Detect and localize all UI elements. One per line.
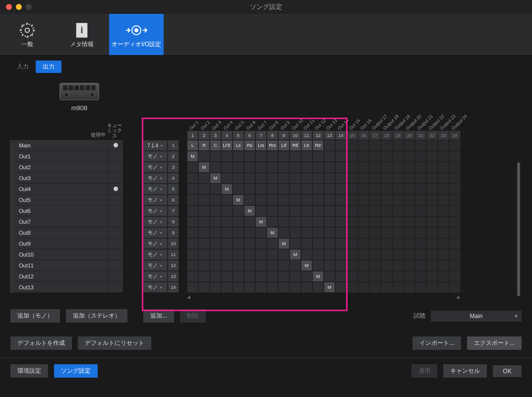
matrix-cell[interactable]	[438, 271, 449, 282]
channel-name[interactable]: Out13	[14, 282, 108, 293]
vertical-scrollbar[interactable]	[517, 162, 520, 296]
matrix-cell[interactable]	[221, 271, 233, 282]
matrix-cell[interactable]	[244, 216, 255, 227]
matrix-cell[interactable]	[449, 205, 461, 216]
row-handle[interactable]	[10, 162, 14, 173]
inuse-cell[interactable]	[108, 195, 123, 205]
matrix-cell[interactable]	[347, 184, 358, 195]
matrix-cell[interactable]: Rtr	[312, 140, 324, 151]
matrix-cell[interactable]: Ltf	[278, 140, 290, 151]
inuse-cell[interactable]	[108, 238, 123, 249]
matrix-cell[interactable]	[369, 260, 381, 271]
matrix-cell[interactable]	[392, 271, 404, 282]
matrix-cell[interactable]	[301, 282, 312, 293]
format-selector[interactable]: モノ▼	[143, 271, 168, 282]
matrix-cell[interactable]	[233, 238, 244, 249]
matrix-cell[interactable]	[255, 249, 267, 260]
matrix-cell[interactable]	[187, 173, 198, 184]
add-more-button[interactable]: 追加...	[143, 309, 175, 323]
matrix-cell[interactable]	[438, 195, 449, 205]
matrix-cell[interactable]	[449, 249, 461, 260]
matrix-cell[interactable]	[221, 227, 233, 238]
matrix-cell[interactable]	[324, 184, 335, 195]
matrix-cell[interactable]	[324, 216, 335, 227]
matrix-cell[interactable]	[426, 216, 438, 227]
row-handle[interactable]	[10, 249, 14, 260]
matrix-cell[interactable]	[335, 271, 347, 282]
matrix-cell[interactable]	[198, 173, 210, 184]
matrix-cell[interactable]	[369, 205, 381, 216]
matrix-cell[interactable]	[438, 216, 449, 227]
matrix-cell[interactable]	[187, 282, 198, 293]
matrix-cell[interactable]	[381, 173, 392, 184]
inuse-cell[interactable]	[108, 282, 123, 293]
matrix-cell[interactable]: M	[187, 151, 198, 162]
matrix-cell[interactable]	[335, 249, 347, 260]
matrix-cell[interactable]	[404, 184, 415, 195]
matrix-cell[interactable]	[392, 205, 404, 216]
matrix-cell[interactable]	[267, 151, 278, 162]
matrix-cell[interactable]	[244, 238, 255, 249]
matrix-cell[interactable]	[233, 216, 244, 227]
matrix-cell[interactable]	[415, 195, 426, 205]
matrix-cell[interactable]	[358, 227, 369, 238]
matrix-cell[interactable]	[358, 271, 369, 282]
matrix-cell[interactable]	[449, 162, 461, 173]
channel-name[interactable]: Out2	[14, 162, 108, 173]
matrix-cell[interactable]	[233, 282, 244, 293]
matrix-cell[interactable]	[438, 282, 449, 293]
channel-name[interactable]: Out8	[14, 227, 108, 238]
matrix-cell[interactable]	[347, 249, 358, 260]
matrix-cell[interactable]: M	[255, 216, 267, 227]
matrix-cell[interactable]	[426, 140, 438, 151]
matrix-cell[interactable]	[187, 184, 198, 195]
row-handle[interactable]	[10, 184, 14, 195]
column-number[interactable]: 15	[347, 131, 358, 140]
matrix-cell[interactable]: M	[233, 195, 244, 205]
matrix-cell[interactable]	[210, 271, 221, 282]
matrix-cell[interactable]	[369, 173, 381, 184]
matrix-cell[interactable]	[438, 205, 449, 216]
matrix-cell[interactable]	[438, 151, 449, 162]
channel-name[interactable]: Main	[14, 140, 108, 151]
matrix-cell[interactable]	[335, 205, 347, 216]
matrix-cell[interactable]	[221, 162, 233, 173]
matrix-cell[interactable]	[404, 282, 415, 293]
matrix-cell[interactable]	[381, 282, 392, 293]
matrix-cell[interactable]	[438, 184, 449, 195]
matrix-cell[interactable]	[392, 260, 404, 271]
column-number[interactable]: 6	[244, 131, 255, 140]
format-selector[interactable]: モノ▼	[143, 282, 168, 293]
matrix-cell[interactable]	[449, 151, 461, 162]
matrix-cell[interactable]	[358, 205, 369, 216]
matrix-cell[interactable]	[415, 238, 426, 249]
channel-name[interactable]: Out11	[14, 260, 108, 271]
matrix-cell[interactable]	[392, 195, 404, 205]
matrix-cell[interactable]	[449, 184, 461, 195]
scroll-right-icon[interactable]: ▶	[457, 295, 461, 300]
format-selector[interactable]: モノ▼	[143, 238, 168, 249]
matrix-cell[interactable]	[404, 216, 415, 227]
matrix-cell[interactable]	[347, 260, 358, 271]
matrix-cell[interactable]	[233, 271, 244, 282]
channel-row[interactable]: Out7	[10, 216, 123, 227]
window-minimize-button[interactable]	[16, 4, 22, 10]
matrix-cell[interactable]	[392, 151, 404, 162]
row-handle[interactable]	[10, 140, 14, 151]
matrix-cell[interactable]	[187, 216, 198, 227]
inuse-cell[interactable]	[108, 140, 123, 151]
matrix-cell[interactable]	[438, 249, 449, 260]
column-number[interactable]: 5	[233, 131, 244, 140]
matrix-cell[interactable]	[267, 173, 278, 184]
matrix-cell[interactable]	[210, 151, 221, 162]
matrix-cell[interactable]: Lrs	[255, 140, 267, 151]
channel-name[interactable]: Out9	[14, 238, 108, 249]
matrix-cell[interactable]	[187, 249, 198, 260]
matrix-cell[interactable]	[358, 282, 369, 293]
inuse-cell[interactable]	[108, 205, 123, 216]
matrix-cell[interactable]	[392, 249, 404, 260]
subtab-input[interactable]: 入力	[10, 61, 36, 73]
matrix-cell[interactable]	[324, 205, 335, 216]
channel-row[interactable]: Out6	[10, 205, 123, 216]
matrix-cell[interactable]	[244, 162, 255, 173]
